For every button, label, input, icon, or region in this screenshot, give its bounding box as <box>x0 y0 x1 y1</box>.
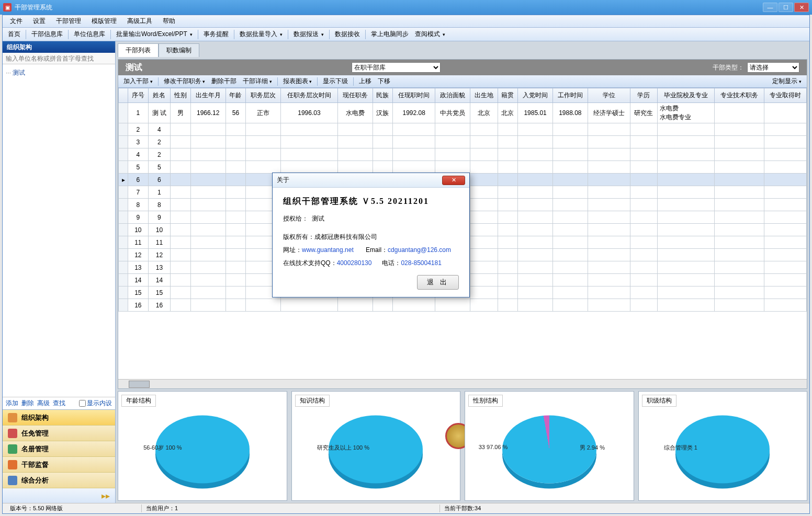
sidebar: 组织架构 测试 添加删除高级查找 显示内设 组织架构任免管理名册管理干部监督综合… <box>3 41 116 503</box>
toolbar-8[interactable]: 掌上电脑同步 <box>368 28 412 40</box>
table-row[interactable]: 55 <box>119 161 807 174</box>
table-row[interactable]: 1616 <box>119 299 807 312</box>
col-header[interactable]: 入党时间 <box>518 88 553 103</box>
table-row[interactable]: 42 <box>119 148 807 161</box>
nav-item-3[interactable]: 干部监督 <box>3 457 115 473</box>
panel-tool-4[interactable]: 报表图表 <box>280 76 315 87</box>
toolbar-4[interactable]: 事务提醒 <box>200 28 232 40</box>
col-header[interactable]: 姓名 <box>148 88 171 103</box>
col-header[interactable]: 政治面貌 <box>435 88 470 103</box>
col-header[interactable]: 任现职时间 <box>393 88 435 103</box>
chart-0: 年龄结构56-60岁 100 % <box>118 391 287 501</box>
nav-expand-icon[interactable]: ▸▸ <box>102 491 110 501</box>
panel-tool-7[interactable]: 下移 <box>375 76 393 87</box>
col-header[interactable]: 学位 <box>588 88 630 103</box>
chart-title: 知识结构 <box>295 395 330 407</box>
dialog-qq-link[interactable]: 4000280130 <box>337 259 372 267</box>
window-title: 干部管理系统 <box>15 3 52 12</box>
side-action-删除[interactable]: 删除 <box>21 399 34 408</box>
panel-tool-3[interactable]: 干部详细 <box>240 76 275 87</box>
table-row[interactable]: 1测 试男1966.1256正市1996.03水电费汉族1992.08中共党员北… <box>119 103 807 123</box>
toolbar-2[interactable]: 单位信息库 <box>71 28 108 40</box>
side-action-添加[interactable]: 添加 <box>6 399 18 408</box>
menubar: 文件设置干部管理模版管理高级工具帮助 <box>3 15 809 28</box>
col-header[interactable]: 序号 <box>128 88 149 103</box>
menu-设置[interactable]: 设置 <box>28 15 51 27</box>
col-header[interactable]: 学历 <box>630 88 658 103</box>
custom-display-button[interactable]: 定制显示 <box>769 76 805 87</box>
col-header[interactable]: 任职务层次时间 <box>280 88 337 103</box>
statusbar: 版本号：5.50 网络版 当前用户：1 当前干部数:34 <box>3 503 809 513</box>
toolbar-7[interactable]: 数据接收 <box>332 28 363 40</box>
col-header[interactable]: 毕业院校及专业 <box>658 88 715 103</box>
type-select[interactable]: 请选择 <box>747 62 799 73</box>
toolbar-3[interactable]: 批量输出Word/Excel/PPT <box>113 28 196 40</box>
toolbar-1[interactable]: 干部信息库 <box>28 28 66 40</box>
maximize-button[interactable]: ☐ <box>779 3 793 12</box>
col-header[interactable]: 性别 <box>171 88 191 103</box>
menu-文件[interactable]: 文件 <box>5 15 28 27</box>
col-header[interactable]: 专业技术职务 <box>715 88 764 103</box>
nav-icon <box>8 429 17 438</box>
menu-模版管理[interactable]: 模版管理 <box>86 15 122 27</box>
col-header[interactable]: 专业取得时 <box>764 88 807 103</box>
content-tabs: 干部列表职数编制 <box>118 43 807 57</box>
col-header[interactable]: 籍贯 <box>498 88 518 103</box>
chart-3: 职级结构综合管理类 1 <box>638 391 808 501</box>
panel-header: 测试 在职干部库 干部类型： 请选择 <box>118 60 807 75</box>
horizontal-scrollbar[interactable] <box>118 379 807 388</box>
dialog-heading: 组织干部管理系统 Ｖ5.5 20211201 <box>283 196 459 207</box>
toolbar-0[interactable]: 首页 <box>5 28 24 40</box>
toolbar-5[interactable]: 数据批量导入 <box>236 28 286 40</box>
dialog-email-link[interactable]: cdguantang@126.com <box>388 246 451 254</box>
toolbar-9[interactable]: 查阅模式 <box>412 28 448 40</box>
menu-高级工具[interactable]: 高级工具 <box>122 15 157 27</box>
menu-帮助[interactable]: 帮助 <box>157 15 181 27</box>
nav-footer: ▸▸ <box>3 488 115 503</box>
tab-0[interactable]: 干部列表 <box>118 43 159 57</box>
nav-item-2[interactable]: 名册管理 <box>3 441 115 457</box>
dialog-close-button[interactable]: ✕ <box>442 176 465 185</box>
sidebar-search-input[interactable] <box>3 53 115 64</box>
tab-1[interactable]: 职数编制 <box>159 43 199 57</box>
panel-title: 测试 <box>126 62 142 73</box>
nav-icon <box>8 413 17 422</box>
col-header[interactable]: 工作时间 <box>552 88 588 103</box>
col-header[interactable]: 现任职务 <box>337 88 373 103</box>
sidebar-actions: 添加删除高级查找 显示内设 <box>3 397 115 409</box>
dialog-copyright: 版权所有：成都冠唐科技有限公司 <box>283 233 459 242</box>
show-internal-checkbox[interactable]: 显示内设 <box>79 399 112 408</box>
close-button[interactable]: ✕ <box>794 3 809 12</box>
table-row[interactable]: 32 <box>119 136 807 148</box>
minimize-button[interactable]: — <box>763 3 777 12</box>
chart-title: 性别结构 <box>468 395 503 407</box>
tree-node[interactable]: 测试 <box>6 67 112 78</box>
nav-item-4[interactable]: 综合分析 <box>3 473 115 488</box>
toolbar-6[interactable]: 数据报送 <box>290 28 327 40</box>
col-header[interactable]: 出生地 <box>470 88 498 103</box>
nav-item-1[interactable]: 任免管理 <box>3 426 115 441</box>
side-action-高级[interactable]: 高级 <box>37 399 50 408</box>
nav-item-0[interactable]: 组织架构 <box>3 410 115 426</box>
col-header[interactable]: 职务层次 <box>246 88 281 103</box>
db-select[interactable]: 在职干部库 <box>352 62 441 73</box>
side-action-查找[interactable]: 查找 <box>53 399 65 408</box>
col-header[interactable]: 年龄 <box>225 88 246 103</box>
panel-tool-2[interactable]: 删除干部 <box>208 76 240 87</box>
status-users: 当前用户：1 <box>142 504 440 512</box>
panel-tool-6[interactable]: 上移 <box>356 76 375 87</box>
dialog-titlebar[interactable]: 关于 ✕ <box>273 173 469 188</box>
panel-tool-1[interactable]: 修改干部职务 <box>161 76 209 87</box>
dialog-exit-button[interactable]: 退 出 <box>417 275 459 290</box>
table-row[interactable]: 24 <box>119 123 807 136</box>
nav-icon <box>8 444 17 454</box>
dialog-tel-link[interactable]: 028-85004181 <box>401 259 441 267</box>
sidebar-header: 组织架构 <box>3 41 115 53</box>
panel-tool-5[interactable]: 显示下级 <box>320 76 351 87</box>
col-header[interactable]: 出生年月 <box>190 88 225 103</box>
about-dialog: 关于 ✕ 组织干部管理系统 Ｖ5.5 20211201 授权给： 测试 版权所有… <box>272 173 470 297</box>
dialog-url-link[interactable]: www.guantang.net <box>302 246 354 254</box>
panel-tool-0[interactable]: 加入干部 <box>120 76 156 87</box>
menu-干部管理[interactable]: 干部管理 <box>51 15 86 27</box>
col-header[interactable]: 民族 <box>373 88 393 103</box>
